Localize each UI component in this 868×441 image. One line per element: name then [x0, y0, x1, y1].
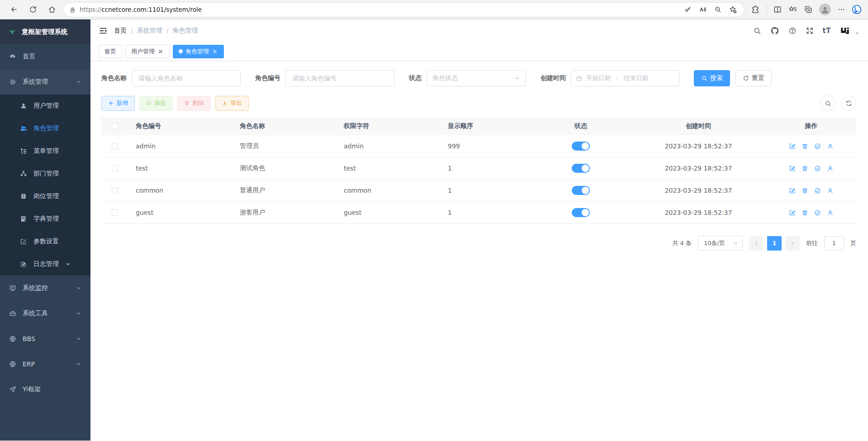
- font-size-icon[interactable]: tT: [823, 27, 831, 35]
- extensions-icon[interactable]: [751, 5, 760, 14]
- sidebar-item-yi-framework[interactable]: Yi框架: [0, 377, 90, 402]
- gear-icon: [9, 78, 16, 85]
- bing-chat-icon[interactable]: [852, 5, 862, 14]
- read-aloud-icon[interactable]: [699, 5, 707, 14]
- cell-role-code: test: [128, 165, 232, 172]
- row-edit-icon[interactable]: [789, 165, 796, 172]
- goto-page-input[interactable]: [824, 236, 844, 251]
- row-edit-icon[interactable]: [789, 143, 796, 150]
- sidebar-item-department-management[interactable]: 部门管理: [0, 162, 90, 185]
- sidebar-item-system-tools[interactable]: 系统工具: [0, 301, 90, 326]
- cell-created: 2023-03-29 18:52:37: [631, 209, 766, 216]
- sidebar-item-erp[interactable]: ERP: [0, 351, 90, 377]
- chevron-down-icon: [76, 311, 81, 316]
- status-select[interactable]: 角色状态: [427, 70, 526, 86]
- show-search-toggle-button[interactable]: [820, 95, 835, 111]
- more-menu-icon[interactable]: [837, 5, 845, 14]
- status-toggle[interactable]: [572, 142, 590, 151]
- tab-home[interactable]: 首页: [99, 45, 122, 58]
- collections-icon[interactable]: [804, 5, 813, 14]
- password-key-icon[interactable]: [684, 6, 692, 13]
- chevron-left-icon: [753, 240, 759, 247]
- sidebar-item-home[interactable]: 首页: [0, 44, 90, 69]
- status-toggle[interactable]: [572, 186, 590, 195]
- sidebar-collapse-button[interactable]: [99, 26, 108, 35]
- app-logo[interactable]: 意框架管理系统: [0, 19, 90, 44]
- browser-profile-avatar[interactable]: [819, 4, 831, 15]
- sidebar-item-role-management[interactable]: 角色管理: [0, 117, 90, 140]
- edit-button[interactable]: 修改: [139, 96, 173, 111]
- refresh-icon: [29, 5, 37, 14]
- sidebar-item-system-management[interactable]: 系统管理: [0, 69, 90, 95]
- zoom-out-icon[interactable]: [714, 6, 721, 13]
- chevron-right-icon: [789, 240, 796, 247]
- sidebar-item-system-monitor[interactable]: 系统监控: [0, 275, 90, 301]
- create-time-range-picker[interactable]: 开始日期 - 结束日期: [571, 70, 679, 86]
- sidebar-item-bbs[interactable]: BBS: [0, 326, 90, 351]
- row-assign-user-icon[interactable]: [827, 143, 834, 150]
- row-delete-icon[interactable]: [802, 209, 808, 216]
- browser-home-button[interactable]: [44, 2, 60, 17]
- row-edit-icon[interactable]: [789, 209, 796, 216]
- refresh-table-button[interactable]: [841, 95, 856, 111]
- close-icon[interactable]: [157, 48, 164, 55]
- row-assign-user-icon[interactable]: [827, 165, 834, 172]
- add-button[interactable]: 新增: [101, 96, 135, 111]
- address-bar[interactable]: https://ccnetcore.com:1101/system/role: [63, 2, 745, 17]
- close-icon[interactable]: [212, 48, 218, 55]
- row-checkbox[interactable]: [112, 209, 118, 216]
- github-icon[interactable]: [770, 26, 779, 35]
- row-delete-icon[interactable]: [802, 165, 808, 172]
- breadcrumb-system[interactable]: 系统管理: [137, 27, 162, 35]
- split-screen-icon[interactable]: [773, 5, 782, 14]
- chevron-down-icon: [76, 361, 81, 367]
- sidebar-item-menu-management[interactable]: 菜单管理: [0, 140, 90, 162]
- favorites-icon[interactable]: [788, 5, 797, 14]
- row-data-scope-icon[interactable]: [814, 209, 821, 216]
- sidebar-item-post-management[interactable]: 岗位管理: [0, 185, 90, 208]
- sidebar-item-user-management[interactable]: 用户管理: [0, 95, 90, 117]
- export-button[interactable]: 导出: [215, 96, 249, 111]
- tab-role-management[interactable]: 角色管理: [173, 45, 224, 58]
- row-checkbox[interactable]: [112, 143, 118, 149]
- status-toggle[interactable]: [572, 208, 590, 217]
- browser-back-button[interactable]: [6, 2, 22, 17]
- sidebar-item-label: 参数设置: [33, 237, 59, 246]
- row-checkbox[interactable]: [112, 187, 118, 194]
- role-name-input[interactable]: [132, 70, 241, 86]
- row-data-scope-icon[interactable]: [814, 187, 821, 194]
- sidebar-item-dict-management[interactable]: 字典管理: [0, 208, 90, 230]
- tab-user-management[interactable]: 用户管理: [125, 45, 170, 58]
- row-delete-icon[interactable]: [802, 187, 808, 194]
- yi-logo-avatar[interactable]: [840, 26, 850, 36]
- help-icon[interactable]: [788, 27, 797, 35]
- status-toggle[interactable]: [572, 164, 590, 173]
- browser-refresh-button[interactable]: [25, 2, 41, 17]
- header-search-icon[interactable]: [753, 27, 761, 35]
- row-checkbox[interactable]: [112, 165, 118, 171]
- reset-button[interactable]: 重置: [735, 70, 772, 86]
- row-delete-icon[interactable]: [802, 143, 808, 150]
- prev-page-button[interactable]: [749, 236, 764, 251]
- delete-button[interactable]: 删除: [177, 96, 211, 111]
- next-page-button[interactable]: [785, 236, 800, 251]
- select-all-checkbox[interactable]: [112, 123, 118, 129]
- sidebar-item-log-management[interactable]: 日志管理: [0, 253, 90, 275]
- caret-down-icon[interactable]: [854, 31, 860, 36]
- role-code-input[interactable]: [285, 70, 394, 86]
- row-data-scope-icon[interactable]: [814, 143, 821, 150]
- add-favorite-icon[interactable]: [729, 5, 737, 14]
- tab-label: 角色管理: [185, 47, 209, 56]
- page-number-current[interactable]: 1: [767, 236, 782, 251]
- row-assign-user-icon[interactable]: [827, 209, 834, 216]
- fullscreen-icon[interactable]: [806, 27, 814, 35]
- breadcrumb-home[interactable]: 首页: [114, 27, 127, 35]
- row-edit-icon[interactable]: [789, 187, 796, 194]
- column-header-perm: 权限字符: [337, 122, 441, 130]
- page-size-select[interactable]: 10条/页: [698, 236, 743, 251]
- row-assign-user-icon[interactable]: [827, 187, 834, 194]
- row-data-scope-icon[interactable]: [814, 165, 821, 172]
- sidebar-item-parameter-settings[interactable]: 参数设置: [0, 230, 90, 253]
- search-button[interactable]: 搜索: [694, 70, 730, 86]
- edit-icon: [146, 100, 152, 106]
